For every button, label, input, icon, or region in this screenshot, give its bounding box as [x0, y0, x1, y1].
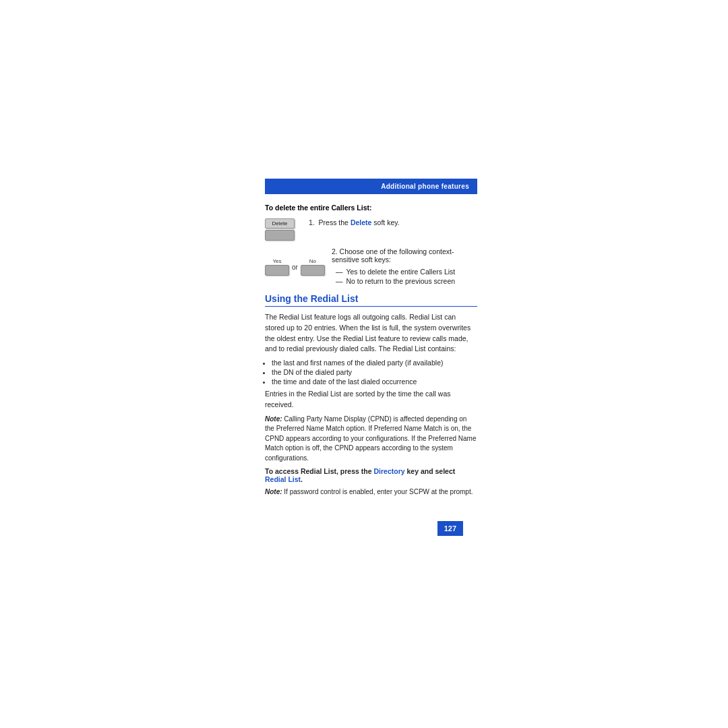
delete-section-title: To delete the entire Callers List:	[265, 204, 477, 212]
section-header: Additional phone features	[265, 179, 477, 194]
step-2-text: 2. Choose one of the following context-s…	[332, 247, 477, 264]
no-key-label: No	[309, 258, 316, 264]
redial-section-heading: Using the Redial List	[265, 293, 477, 307]
bullet-3: the time and date of the last dialed occ…	[272, 377, 477, 386]
page-number: 127	[437, 521, 463, 536]
dash-no: — No to return to the previous screen	[336, 277, 477, 285]
or-label: or	[292, 264, 298, 271]
dash-yes: — Yes to delete the entire Callers List	[336, 268, 477, 276]
step-1-content: 1. Press the Delete soft key.	[309, 218, 477, 241]
step-1-text: 1. Press the Delete soft key.	[309, 218, 477, 226]
yes-key-label: Yes	[272, 258, 281, 264]
delete-key-image: Delete	[265, 218, 295, 229]
bullet-1: the last and first names of the dialed p…	[272, 359, 477, 367]
step-1-row: Delete 1. Press the Delete soft key.	[265, 218, 477, 241]
bullet-2: the DN of the dialed party	[272, 368, 477, 376]
step-2-row: Yes or No 2. Choose one of the following…	[265, 247, 477, 286]
redial-body1: The Redial List feature logs all outgoin…	[265, 312, 477, 355]
note-2: Note: If password control is enabled, en…	[265, 487, 477, 497]
redial-bullet-list: the last and first names of the dialed p…	[272, 359, 477, 386]
access-line: To access Redial List, press the Directo…	[265, 467, 477, 483]
note-1: Note: Calling Party Name Display (CPND) …	[265, 415, 477, 464]
redial-body2: Entries in the Redial List are sorted by…	[265, 389, 477, 411]
step-2-content: 2. Choose one of the following context-s…	[332, 247, 477, 286]
